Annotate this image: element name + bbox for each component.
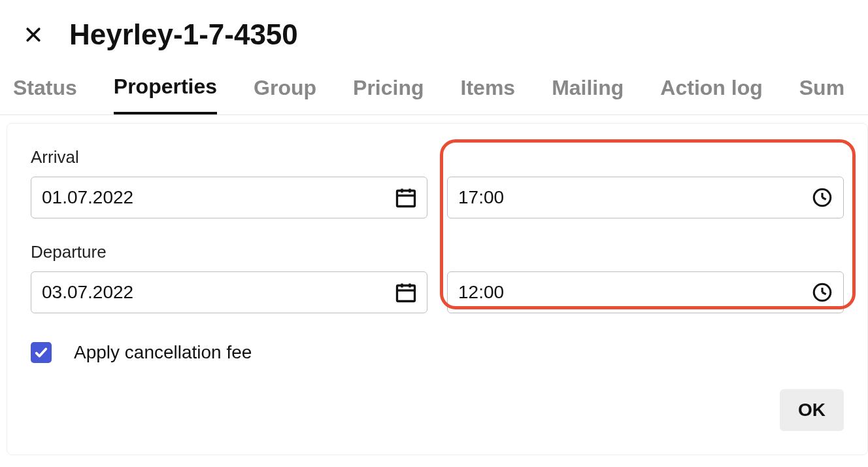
- calendar-icon[interactable]: [393, 279, 419, 305]
- arrival-date-input[interactable]: [42, 187, 393, 208]
- departure-time-input-wrap[interactable]: [447, 271, 844, 313]
- svg-line-15: [822, 292, 826, 294]
- departure-date-input[interactable]: [42, 282, 393, 303]
- check-icon: [34, 345, 48, 360]
- tabs-nav: Status Properties Group Pricing Items Ma…: [0, 63, 868, 115]
- arrival-date-field: Arrival: [31, 147, 427, 218]
- tab-properties[interactable]: Properties: [114, 75, 217, 114]
- departure-date-field: Departure: [31, 242, 427, 313]
- tab-pricing[interactable]: Pricing: [353, 75, 424, 114]
- departure-label: Departure: [31, 242, 427, 262]
- tab-items[interactable]: Items: [461, 75, 516, 114]
- svg-rect-2: [397, 191, 415, 207]
- calendar-icon[interactable]: [393, 184, 419, 211]
- ok-button[interactable]: OK: [780, 389, 844, 431]
- departure-time-input[interactable]: [458, 282, 809, 303]
- arrival-time-input-wrap[interactable]: [447, 177, 844, 218]
- arrival-time-field: [447, 147, 844, 218]
- svg-rect-9: [397, 286, 415, 302]
- tab-group[interactable]: Group: [254, 75, 316, 114]
- apply-fee-label: Apply cancellation fee: [74, 342, 252, 363]
- clock-icon[interactable]: [809, 184, 835, 211]
- properties-card: Arrival: [7, 123, 868, 455]
- tab-action-log[interactable]: Action log: [660, 75, 762, 114]
- page-title: Heyrley-1-7-4350: [69, 18, 298, 51]
- arrival-date-input-wrap[interactable]: [31, 177, 427, 218]
- svg-line-8: [822, 198, 826, 199]
- clock-icon[interactable]: [809, 279, 835, 305]
- arrival-label: Arrival: [31, 147, 427, 167]
- departure-date-input-wrap[interactable]: [31, 271, 427, 313]
- apply-fee-checkbox[interactable]: [31, 342, 52, 363]
- close-button[interactable]: [24, 25, 43, 44]
- tab-mailing[interactable]: Mailing: [552, 75, 624, 114]
- departure-time-field: [447, 242, 844, 313]
- tab-summary[interactable]: Sum: [799, 75, 844, 114]
- close-icon: [24, 25, 43, 44]
- arrival-time-input[interactable]: [458, 187, 809, 208]
- tab-status[interactable]: Status: [13, 75, 77, 114]
